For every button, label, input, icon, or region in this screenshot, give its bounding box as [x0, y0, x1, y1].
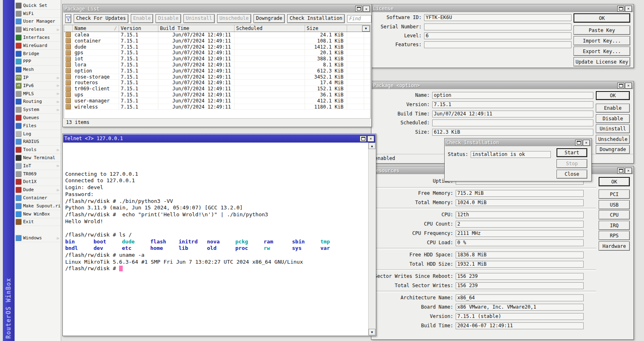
column-header-name[interactable]: Name∕ [73, 25, 119, 32]
sidebar-item-exit[interactable]: Exit [15, 218, 61, 226]
sidebar-item-interfaces[interactable]: Interfaces [15, 34, 61, 42]
dir-entry: initrd [179, 239, 207, 245]
maximize-button[interactable] [355, 6, 362, 12]
scrollbar[interactable]: ▲ ▼ [368, 143, 375, 335]
check-installation-button[interactable]: Check Installation [287, 14, 345, 23]
table-header[interactable]: Name∕VersionBuild TimeScheduledSize▼ [64, 25, 370, 32]
sidebar-item-label: Quick Set [23, 3, 47, 8]
ok-button[interactable]: OK [574, 13, 630, 23]
table-row[interactable]: lora7.15.1Jun/07/2024 12:49:118.1 KiB [64, 62, 370, 68]
column-header-version[interactable]: Version [119, 25, 158, 32]
table-row[interactable]: option7.15.1Jun/07/2024 12:49:11612.3 Ki… [64, 68, 370, 74]
window-title: Package List [64, 6, 354, 12]
sidebar-item-system[interactable]: System▷ [15, 106, 61, 114]
column-header-build-time[interactable]: Build Time [158, 25, 235, 32]
cell-build-time: Jun/07/2024 12:49:11 [158, 44, 235, 50]
table-row[interactable]: wireless7.15.1Jun/07/2024 12:49:111180.1… [64, 104, 370, 110]
table-row[interactable]: rose-storage7.15.1Jun/07/2024 12:49:1134… [64, 74, 370, 80]
close-icon[interactable]: ✕ [363, 6, 370, 12]
hardware-button[interactable]: Hardware [599, 241, 630, 251]
filter-button[interactable] [65, 14, 71, 23]
uninstall-button[interactable]: Uninstall [183, 14, 215, 23]
sidebar-item-wifi[interactable]: WiFi [15, 10, 61, 18]
rps-button[interactable]: RPS [599, 231, 630, 240]
close-button[interactable]: Close [557, 170, 587, 179]
sidebar-item-routing[interactable]: Routing▷ [15, 98, 61, 106]
terminal-screen[interactable]: Connecting to 127.0.0.1Connected to 127.… [63, 143, 375, 335]
sidebar-item-dude[interactable]: Dude▷ [15, 186, 61, 194]
export-key-button[interactable]: Export Key... [574, 47, 630, 56]
sidebar-item-iot[interactable]: IoT▷ [15, 162, 61, 170]
column-header-blank[interactable] [347, 25, 364, 32]
telnet-titlebar[interactable]: Telnet <7> 127.0.0.1 ✕ [63, 134, 375, 143]
column-header-size[interactable]: Size [305, 25, 347, 32]
find-input[interactable] [347, 15, 371, 23]
sidebar-item-quick-set[interactable]: Quick Set [15, 2, 61, 10]
unschedule-button[interactable]: Unschedule [596, 135, 630, 144]
sidebar-item-windows[interactable]: Windows▷ [15, 234, 61, 242]
sidebar-item-tools[interactable]: Tools▷ [15, 146, 61, 154]
sidebar-item-bridge[interactable]: Bridge [15, 50, 61, 58]
pci-button[interactable]: PCI [599, 190, 630, 199]
sidebar-item-radius[interactable]: RADIUS [15, 138, 61, 146]
sidebar-item-ip[interactable]: 255IP▷ [15, 74, 61, 82]
package-icon [66, 32, 71, 37]
disable-button[interactable]: Disable [596, 114, 630, 123]
sidebar-item-log[interactable]: Log [15, 130, 61, 138]
update-license-key-button[interactable]: Update License Key [574, 57, 630, 66]
scroll-up-icon[interactable]: ▲ [369, 143, 375, 149]
disable-button[interactable]: Disable [156, 14, 181, 23]
table-row[interactable]: calea7.15.1Jun/07/2024 12:49:1124.1 KiB [64, 32, 370, 38]
table-row[interactable]: iot7.15.1Jun/07/2024 12:49:11388.1 KiB [64, 56, 370, 62]
scroll-down-icon[interactable]: ▼ [369, 329, 375, 335]
table-row[interactable]: user-manager7.15.1Jun/07/2024 12:49:1141… [64, 98, 370, 104]
package-list-titlebar[interactable]: Package List ✕ [63, 5, 371, 13]
irq-button[interactable]: IRQ [599, 221, 630, 230]
ok-button[interactable]: OK [596, 91, 630, 100]
enable-button[interactable]: Enable [596, 104, 630, 113]
sidebar-item-dot1x[interactable]: Dot1X [15, 178, 61, 186]
column-header-blank[interactable] [64, 25, 73, 32]
cpu-button[interactable]: CPU [599, 210, 630, 220]
maximize-button[interactable] [360, 136, 367, 142]
table-row[interactable]: tr069-client7.15.1Jun/07/2024 12:49:1115… [64, 86, 370, 92]
ok-button[interactable]: OK [599, 177, 630, 186]
sidebar-item-user-manager[interactable]: User Manager [15, 18, 61, 26]
sidebar-item-container[interactable]: Container [15, 194, 61, 202]
sidebar-item-mesh[interactable]: Mesh [15, 66, 61, 74]
start-button[interactable]: Start [557, 148, 587, 157]
sidebar-item-new-terminal[interactable]: New Terminal [15, 154, 61, 162]
sidebar-item-ipv6[interactable]: v6IPv6▷ [15, 82, 61, 90]
table-row[interactable]: routeros7.15.1Jun/07/2024 12:49:1117.4 M… [64, 80, 370, 86]
downgrade-button[interactable]: Downgrade [596, 145, 630, 154]
sidebar-item-ppp[interactable]: PPP [15, 58, 61, 66]
queues-icon [15, 115, 21, 121]
paste-key-button[interactable]: Paste Key [574, 26, 630, 35]
sidebar-item-mpls[interactable]: MPLS▷ [15, 90, 61, 98]
sidebar-item-make-supout-rif[interactable]: Make Supout.rif [15, 202, 61, 210]
sidebar-item-new-winbox[interactable]: New WinBox [15, 210, 61, 218]
column-menu-button[interactable]: ▼ [362, 26, 370, 32]
cell-size: 3452.1 KiB [305, 74, 347, 80]
sidebar-item-queues[interactable]: Queues [15, 114, 61, 122]
sidebar-item-tr069[interactable]: TR069 [15, 170, 61, 178]
usb-button[interactable]: USB [599, 200, 630, 209]
sidebar-item-wireguard[interactable]: WireGuard [15, 42, 61, 50]
enable-button[interactable]: Enable [131, 14, 153, 23]
table-row[interactable]: ups7.15.1Jun/07/2024 12:49:1136.1 KiB [64, 92, 370, 98]
sidebar-item-wireless[interactable]: Wireless▷ [15, 26, 61, 34]
table-row[interactable]: dude7.15.1Jun/07/2024 12:49:111412.1 KiB [64, 44, 370, 50]
uninstall-button[interactable]: Uninstall [596, 124, 630, 133]
submenu-arrow-icon: ▷ [57, 76, 61, 80]
column-header-scheduled[interactable]: Scheduled [235, 25, 305, 32]
close-icon[interactable]: ✕ [367, 136, 374, 142]
downgrade-button[interactable]: Downgrade [254, 14, 285, 23]
table-row[interactable]: container7.15.1Jun/07/2024 12:49:11108.1… [64, 38, 370, 44]
import-key-button[interactable]: Import Key... [574, 36, 630, 45]
sidebar-item-files[interactable]: Files [15, 122, 61, 130]
package-icon-cell [64, 80, 73, 85]
table-row[interactable]: gps7.15.1Jun/07/2024 12:49:1120.1 KiB [64, 50, 370, 56]
stop-button[interactable]: Stop [557, 159, 587, 168]
check-for-updates-button[interactable]: Check For Updates [74, 14, 128, 23]
unschedule-button[interactable]: Unschedule [217, 14, 251, 23]
